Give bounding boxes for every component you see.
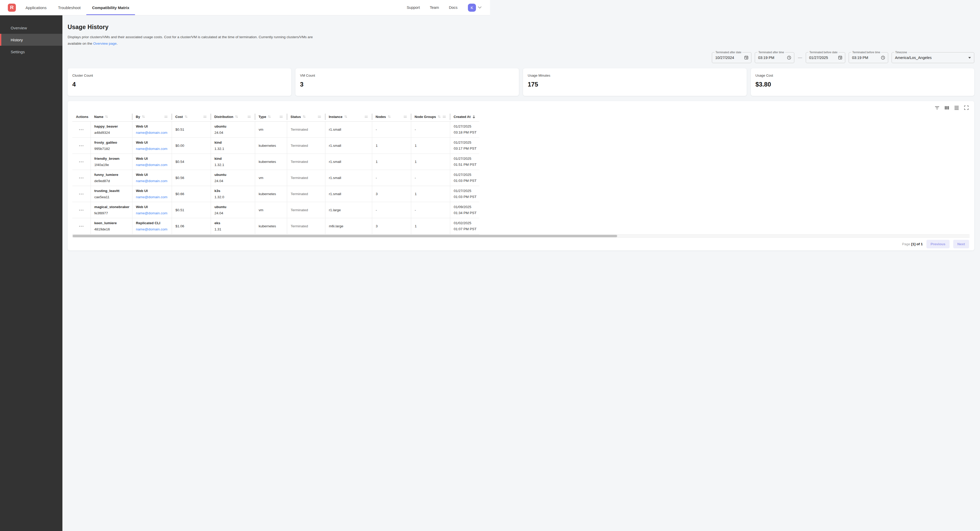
table-toolbar — [72, 104, 490, 112]
column-header-instance[interactable]: Instance — [325, 112, 372, 122]
app-logo[interactable]: R — [8, 4, 16, 12]
column-separator[interactable] — [172, 114, 172, 120]
email-link[interactable]: name@domain.com — [136, 163, 167, 167]
sidebar-item-history[interactable]: History — [0, 34, 62, 46]
tab-applications[interactable]: Applications — [20, 0, 52, 15]
table-row: magical_stonebrakerfe3f8977Web UIname@do… — [72, 202, 479, 218]
column-separator[interactable] — [450, 114, 450, 120]
stat-label: Cluster Count — [72, 73, 286, 78]
email-link[interactable]: name@domain.com — [136, 147, 167, 151]
column-separator[interactable] — [372, 114, 372, 120]
column-header-name[interactable]: Name — [91, 112, 132, 122]
column-menu-icon[interactable] — [164, 116, 167, 118]
by-cell: Web UIname@domain.com — [132, 186, 172, 202]
page-title: Usage History — [68, 24, 490, 31]
column-separator[interactable] — [132, 114, 133, 120]
column-header-created-at[interactable]: Created At — [450, 112, 479, 122]
sidebar-item-settings[interactable]: Settings — [0, 46, 62, 58]
instance-cell: r1.small — [325, 186, 372, 202]
by-cell: Web UIname@domain.com — [132, 202, 172, 218]
email-link[interactable]: name@domain.com — [136, 131, 167, 135]
more-actions-icon[interactable] — [78, 160, 85, 164]
status-cell: Terminated — [287, 186, 325, 202]
overview-page-link[interactable]: Overview page — [93, 41, 116, 46]
cost-cell: $0.51 — [172, 202, 211, 218]
stat-value: 4 — [72, 81, 286, 88]
column-menu-icon[interactable] — [204, 116, 207, 118]
node-groups-cell: - — [411, 170, 450, 186]
row-actions-cell — [72, 202, 91, 218]
stat-cards: Cluster Count 4 VM Count 3 Usage Minutes… — [68, 68, 490, 96]
column-header-status[interactable]: Status — [287, 112, 325, 122]
horizontal-scrollbar-thumb[interactable] — [73, 235, 490, 237]
column-header-cost[interactable]: Cost — [172, 112, 211, 122]
column-separator[interactable] — [210, 114, 211, 120]
chevron-down-icon[interactable] — [478, 6, 482, 9]
more-actions-icon[interactable] — [78, 192, 85, 196]
column-separator[interactable] — [286, 114, 287, 120]
column-separator[interactable] — [255, 114, 255, 120]
status-cell: Terminated — [287, 170, 325, 186]
column-menu-icon[interactable] — [318, 116, 321, 118]
tab-troubleshoot[interactable]: Troubleshoot — [52, 0, 86, 15]
description-period: . — [116, 41, 118, 46]
column-menu-icon[interactable] — [443, 116, 446, 118]
name-cell: frosty_galileo995b7182 — [91, 138, 132, 154]
name-cell: funny_lumierede9ed87d — [91, 170, 132, 186]
nav-link-support[interactable]: Support — [402, 5, 425, 10]
column-header-nodes[interactable]: Nodes — [372, 112, 411, 122]
sort-icon — [235, 115, 238, 119]
more-actions-icon[interactable] — [78, 144, 85, 148]
email-link[interactable]: name@domain.com — [136, 195, 167, 199]
more-actions-icon[interactable] — [78, 176, 85, 180]
column-menu-icon[interactable] — [248, 116, 251, 118]
more-actions-icon[interactable] — [78, 128, 85, 132]
column-header-by[interactable]: By — [132, 112, 172, 122]
nav-link-docs[interactable]: Docs — [444, 5, 463, 10]
sort-icon — [388, 115, 391, 119]
created-at-cell: 01/09/202501:34 PM PST — [450, 202, 479, 218]
created-at-cell: 01/27/202503:17 PM PST — [450, 138, 479, 154]
column-header-type[interactable]: Type — [255, 112, 287, 122]
column-header-distribution[interactable]: Distribution — [211, 112, 255, 122]
tab-compatibility-matrix[interactable]: Compatibility Matrix — [86, 0, 135, 15]
type-cell: kubernetes — [255, 186, 287, 202]
name-cell: magical_stonebrakerfe3f8977 — [91, 202, 132, 218]
type-cell: kubernetes — [255, 154, 287, 170]
user-avatar[interactable]: K — [468, 4, 476, 12]
sidebar: Overview History Settings — [0, 15, 62, 265]
email-link[interactable]: name@domain.com — [136, 211, 167, 215]
node-groups-cell: 1 — [411, 138, 450, 154]
instance-cell: r1.small — [325, 122, 372, 138]
row-actions-cell — [72, 218, 91, 234]
more-actions-icon[interactable] — [78, 208, 85, 212]
pagination: Page [1] of 1 Previous Next — [72, 238, 490, 250]
created-at-cell: 01/02/202501:07 PM PST — [450, 218, 479, 234]
cost-cell: $0.66 — [172, 186, 211, 202]
more-actions-icon[interactable] — [78, 224, 85, 228]
nav-link-team[interactable]: Team — [425, 5, 444, 10]
created-at-cell: 01/27/202503:18 PM PST — [450, 122, 479, 138]
name-cell: happy_beavera48d9324 — [91, 122, 132, 138]
email-link[interactable]: name@domain.com — [136, 227, 167, 231]
column-menu-icon[interactable] — [404, 116, 407, 118]
email-link[interactable]: name@domain.com — [136, 179, 167, 183]
sidebar-item-overview[interactable]: Overview — [0, 22, 62, 34]
cost-cell: $0.56 — [172, 170, 211, 186]
stat-card-cluster-count: Cluster Count 4 — [68, 68, 291, 96]
column-header-node-groups[interactable]: Node Groups — [411, 112, 450, 122]
nodes-cell: - — [372, 170, 411, 186]
stat-card-vm-count: VM Count 3 — [296, 68, 490, 96]
column-menu-icon[interactable] — [280, 116, 283, 118]
main-content: Usage History Displays prior clusters/VM… — [62, 15, 490, 265]
node-groups-cell: 1 — [411, 218, 450, 234]
column-separator[interactable] — [325, 114, 326, 120]
column-menu-icon[interactable] — [364, 116, 368, 118]
horizontal-scrollbar-track[interactable] — [72, 234, 490, 238]
cost-cell: $0.00 — [172, 138, 211, 154]
type-cell: vm — [255, 202, 287, 218]
nodes-cell: - — [372, 202, 411, 218]
sort-icon — [105, 115, 108, 119]
by-cell: Web UIname@domain.com — [132, 138, 172, 154]
column-separator[interactable] — [410, 114, 412, 120]
